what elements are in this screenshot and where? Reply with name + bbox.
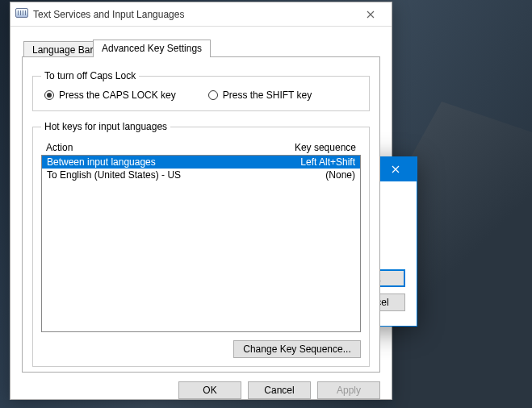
tab-language-bar[interactable]: Language Bar	[23, 41, 102, 57]
titlebar[interactable]: Text Services and Input Languages	[10, 2, 392, 27]
close-button[interactable]	[354, 3, 387, 26]
keyboard-icon	[15, 8, 28, 21]
list-item[interactable]: To English (United States) - US (None)	[42, 169, 360, 181]
hotkeys-header: Action Key sequence	[41, 140, 361, 155]
hotkeys-group: Hot keys for input languages Action Key …	[32, 121, 370, 367]
close-button[interactable]	[378, 157, 413, 181]
dialog-buttons: OK Cancel Apply	[10, 373, 392, 407]
apply-button[interactable]: Apply	[317, 381, 380, 399]
dialog-title: Text Services and Input Languages	[33, 9, 354, 20]
col-action: Action	[46, 142, 267, 153]
cancel-button[interactable]: Cancel	[248, 381, 311, 399]
radio-icon	[208, 90, 218, 100]
tab-advanced-key-settings[interactable]: Advanced Key Settings	[93, 40, 211, 57]
tab-pane: To turn off Caps Lock Press the CAPS LOC…	[22, 56, 380, 373]
tab-strip: Language Bar Advanced Key Settings	[22, 40, 380, 57]
ok-button[interactable]: OK	[178, 381, 241, 399]
col-sequence: Key sequence	[267, 142, 356, 153]
radio-icon	[44, 90, 54, 100]
hotkeys-list[interactable]: Between input languages Left Alt+Shift T…	[41, 155, 361, 332]
change-key-sequence-button[interactable]: Change Key Sequence...	[233, 340, 361, 358]
hotkeys-legend: Hot keys for input languages	[41, 121, 170, 132]
caps-lock-group: To turn off Caps Lock Press the CAPS LOC…	[32, 70, 370, 111]
list-item[interactable]: Between input languages Left Alt+Shift	[42, 156, 360, 169]
radio-caps-lock-key[interactable]: Press the CAPS LOCK key	[44, 90, 176, 101]
text-services-dialog: Text Services and Input Languages Langua…	[10, 2, 392, 400]
radio-shift-key[interactable]: Press the SHIFT key	[208, 90, 312, 101]
caps-lock-legend: To turn off Caps Lock	[41, 70, 139, 81]
